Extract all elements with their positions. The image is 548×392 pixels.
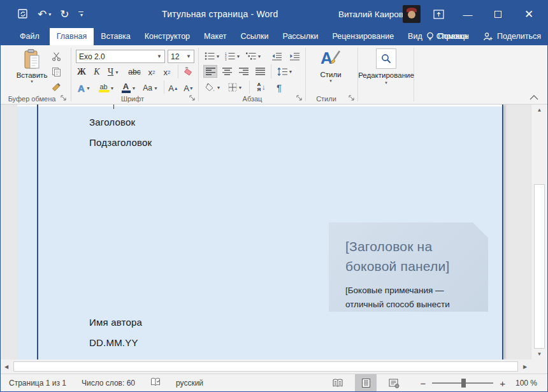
chevron-down-icon[interactable]: ▼ [157,54,162,59]
bullets-button[interactable]: ▼ [203,50,221,62]
chevron-down-icon[interactable]: ▼ [238,85,243,90]
chevron-down-icon[interactable]: ▼ [217,85,221,90]
copy-button[interactable] [49,65,63,78]
zoom-level[interactable]: 100 % [516,379,537,388]
zoom-out-button[interactable]: − [420,378,426,389]
horizontal-scrollbar[interactable]: ◀ ▶ [1,359,547,374]
scroll-left-icon[interactable]: ◀ [1,359,12,374]
vertical-scroll-thumb[interactable] [534,184,545,349]
font-dialog-launcher-icon[interactable] [189,95,196,102]
decrease-indent-button[interactable] [270,50,284,62]
tab-insert[interactable]: Вставка [94,28,137,45]
redo-button[interactable]: ↻ [60,8,69,21]
tab-references[interactable]: Ссылки [233,28,275,45]
zoom-in-button[interactable]: + [500,378,505,389]
superscript-button[interactable]: x2 [160,66,174,78]
show-marks-button[interactable]: ¶ [272,81,286,94]
change-case-button[interactable]: Аа▼ [140,82,161,94]
text-effects-button[interactable]: А▼ [75,82,94,94]
undo-button[interactable]: ↶▾ [38,8,51,21]
close-button[interactable]: ✕ [518,1,540,27]
ribbon-display-options-icon[interactable] [428,1,449,27]
undo-dropdown-icon[interactable]: ▾ [48,11,51,17]
align-left-button[interactable] [203,65,217,78]
chevron-down-icon[interactable]: ▼ [186,54,191,59]
customize-qat-icon[interactable]: ▾ [78,11,83,17]
format-painter-button[interactable] [49,80,63,93]
styles-button[interactable]: А Стили ▾ [312,48,350,83]
proofing-icon[interactable] [150,377,161,389]
paste-button[interactable]: Вставить ▾ [13,48,50,84]
horizontal-scroll-thumb[interactable] [13,361,518,372]
minimize-button[interactable]: — [457,1,479,27]
language-indicator[interactable]: русский [176,379,203,388]
account-name[interactable]: Виталий Каиров [338,1,403,27]
chevron-down-icon[interactable]: ▼ [132,86,136,91]
clear-formatting-button[interactable] [180,65,194,78]
cut-button[interactable] [49,50,63,62]
collapse-ribbon-icon[interactable] [530,94,538,101]
clipboard-dialog-launcher-icon[interactable] [61,95,68,102]
numbering-button[interactable]: 123▼ [224,50,242,62]
underline-button[interactable]: Ч▼ [104,66,123,78]
document-author[interactable]: Имя автора [89,317,142,328]
web-layout-button[interactable] [383,374,405,392]
tab-file[interactable]: Файл [10,28,50,45]
maximize-button[interactable] [487,1,508,27]
chevron-down-icon[interactable]: ▼ [115,70,119,75]
vertical-scrollbar[interactable]: ▲ ▼ [531,105,547,359]
sidebar-panel[interactable]: [Заголовок на боковой панели] [Боковые п… [329,222,488,312]
document-page[interactable]: Заголовок Подзаголовок [Заголовок на бок… [17,105,504,359]
chevron-down-icon[interactable]: ▼ [154,86,158,91]
align-right-button[interactable] [236,65,250,78]
tab-home[interactable]: Главная [50,28,94,45]
sort-button[interactable]: АЯ ↓ [253,81,270,94]
tab-mailings[interactable]: Рассылки [275,28,325,45]
borders-button[interactable]: ▼ [225,81,245,94]
scroll-down-icon[interactable]: ▼ [531,349,547,359]
shrink-font-button[interactable]: А▼ [182,82,196,94]
tab-view[interactable]: Вид [401,28,429,45]
grow-font-button[interactable]: А▲ [166,82,180,94]
editing-button[interactable]: Редактирование ▾ [359,48,414,85]
document-canvas[interactable]: Заголовок Подзаголовок [Заголовок на бок… [1,105,531,359]
tab-review[interactable]: Рецензирование [326,28,401,45]
zoom-slider[interactable] [432,382,493,384]
font-size-combo[interactable]: 12▼ [168,50,194,63]
justify-button[interactable] [253,65,267,78]
avatar[interactable] [403,5,421,23]
styles-dialog-launcher-icon[interactable] [349,95,356,102]
save-icon[interactable] [17,8,29,20]
highlight-button[interactable]: ab▼ [96,82,117,94]
zoom-slider-thumb[interactable] [461,379,466,388]
font-color-button[interactable]: А▼ [119,82,138,94]
page-indicator[interactable]: Страница 1 из 1 [9,379,66,388]
scroll-up-icon[interactable]: ▲ [531,105,547,115]
chevron-down-icon[interactable]: ▼ [289,69,293,74]
word-count[interactable]: Число слов: 60 [82,379,135,388]
subscript-button[interactable]: x2 [145,66,159,78]
read-mode-button[interactable] [327,374,349,392]
chevron-down-icon[interactable]: ▼ [86,86,90,91]
chevron-down-icon[interactable]: ▼ [216,54,220,59]
font-family-combo[interactable]: Exo 2.0▼ [76,50,165,63]
tab-layout[interactable]: Макет [197,28,233,45]
document-date[interactable]: DD.MM.YY [89,337,138,348]
multilevel-list-button[interactable]: ▼ [244,50,263,62]
tab-design[interactable]: Конструктор [138,28,197,45]
document-heading[interactable]: Заголовок [89,117,135,127]
chevron-down-icon[interactable]: ▼ [257,54,262,59]
tell-me-button[interactable]: Помощн [426,32,469,41]
bold-button[interactable]: Ж [75,66,89,78]
align-center-button[interactable] [220,65,234,78]
document-subheading[interactable]: Подзаголовок [89,137,152,148]
print-layout-button[interactable] [355,374,377,392]
line-spacing-button[interactable]: ▼ [275,65,295,78]
scroll-right-icon[interactable]: ▶ [519,359,531,374]
italic-button[interactable]: К [90,66,104,78]
paragraph-dialog-launcher-icon[interactable] [296,95,303,102]
strikethrough-button[interactable]: abc [126,66,143,78]
share-button[interactable]: Поделиться [483,32,541,41]
shading-button[interactable]: ▼ [203,81,222,94]
chevron-down-icon[interactable]: ▼ [110,86,115,91]
